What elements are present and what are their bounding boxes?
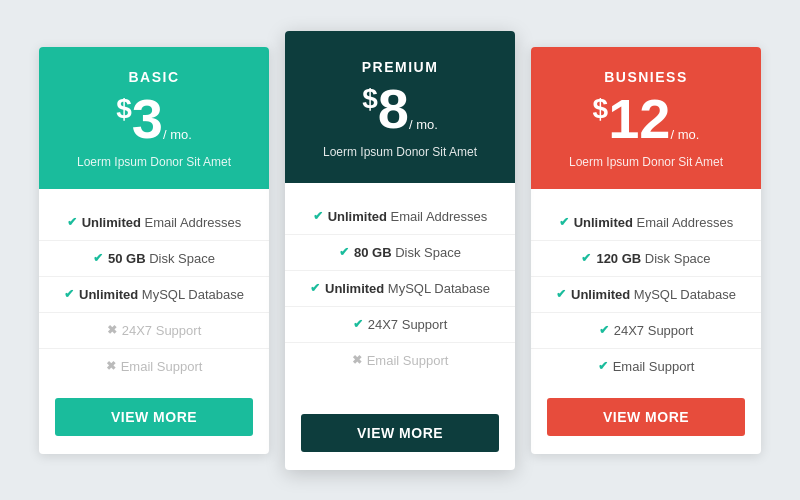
feature-label-1: 80 GB Disk Space	[354, 245, 461, 260]
feature-row-1: ✔ 80 GB Disk Space	[285, 235, 515, 271]
feature-check-1: ✔	[581, 251, 591, 265]
feature-check-1: ✔	[339, 245, 349, 259]
feature-check-2: ✔	[64, 287, 74, 301]
currency-symbol: $	[593, 95, 609, 123]
feature-label-0: Unlimited Email Addresses	[574, 215, 734, 230]
feature-label-3: 24X7 Support	[368, 317, 448, 332]
plan-card-premium: PREMIUM $ 8 / mo. Loerm Ipsum Donor Sit …	[285, 31, 515, 470]
per-mo-premium: / mo.	[409, 118, 438, 131]
plan-footer-premium: View More	[285, 400, 515, 470]
plan-subtitle-basic: Loerm Ipsum Donor Sit Amet	[55, 155, 253, 169]
per-mo-basic: / mo.	[163, 128, 192, 141]
price-row-basic: $ 3 / mo.	[55, 91, 253, 147]
plan-body-premium: ✔ Unlimited Email Addresses ✔ 80 GB Disk…	[285, 183, 515, 400]
plan-subtitle-business: Loerm Ipsum Donor Sit Amet	[547, 155, 745, 169]
price-amount-premium: 8	[378, 81, 409, 137]
feature-row-2: ✔ Unlimited MySQL Database	[285, 271, 515, 307]
feature-row-0: ✔ Unlimited Email Addresses	[531, 205, 761, 241]
feature-check-4: ✖	[352, 353, 362, 367]
plan-body-basic: ✔ Unlimited Email Addresses ✔ 50 GB Disk…	[39, 189, 269, 384]
view-more-button-business[interactable]: View More	[547, 398, 745, 436]
feature-check-3: ✔	[599, 323, 609, 337]
feature-check-3: ✖	[107, 323, 117, 337]
feature-row-4: ✔ Email Support	[531, 349, 761, 384]
price-row-business: $ 12 / mo.	[547, 91, 745, 147]
feature-row-4: ✖ Email Support	[39, 349, 269, 384]
feature-row-2: ✔ Unlimited MySQL Database	[39, 277, 269, 313]
plan-footer-basic: View More	[39, 384, 269, 454]
feature-label-4: Email Support	[367, 353, 449, 368]
feature-label-3: 24X7 Support	[614, 323, 694, 338]
feature-check-1: ✔	[93, 251, 103, 265]
feature-row-1: ✔ 120 GB Disk Space	[531, 241, 761, 277]
price-amount-basic: 3	[132, 91, 163, 147]
feature-row-0: ✔ Unlimited Email Addresses	[285, 199, 515, 235]
plan-card-basic: BASIC $ 3 / mo. Loerm Ipsum Donor Sit Am…	[39, 47, 269, 454]
feature-label-0: Unlimited Email Addresses	[328, 209, 488, 224]
feature-label-1: 120 GB Disk Space	[596, 251, 710, 266]
view-more-button-basic[interactable]: View More	[55, 398, 253, 436]
plan-card-business: BUSNIESS $ 12 / mo. Loerm Ipsum Donor Si…	[531, 47, 761, 454]
view-more-button-premium[interactable]: View More	[301, 414, 499, 452]
plan-name-business: BUSNIESS	[547, 69, 745, 85]
plan-body-business: ✔ Unlimited Email Addresses ✔ 120 GB Dis…	[531, 189, 761, 384]
feature-check-2: ✔	[556, 287, 566, 301]
feature-check-0: ✔	[313, 209, 323, 223]
feature-label-1: 50 GB Disk Space	[108, 251, 215, 266]
feature-label-3: 24X7 Support	[122, 323, 202, 338]
feature-label-2: Unlimited MySQL Database	[325, 281, 490, 296]
feature-row-3: ✔ 24X7 Support	[285, 307, 515, 343]
plan-name-premium: PREMIUM	[301, 59, 499, 75]
feature-label-4: Email Support	[613, 359, 695, 374]
feature-check-2: ✔	[310, 281, 320, 295]
plan-header-premium: PREMIUM $ 8 / mo. Loerm Ipsum Donor Sit …	[285, 31, 515, 183]
feature-label-4: Email Support	[121, 359, 203, 374]
plan-subtitle-premium: Loerm Ipsum Donor Sit Amet	[301, 145, 499, 159]
feature-row-2: ✔ Unlimited MySQL Database	[531, 277, 761, 313]
feature-label-0: Unlimited Email Addresses	[82, 215, 242, 230]
feature-check-0: ✔	[67, 215, 77, 229]
feature-row-1: ✔ 50 GB Disk Space	[39, 241, 269, 277]
price-row-premium: $ 8 / mo.	[301, 81, 499, 137]
feature-check-3: ✔	[353, 317, 363, 331]
feature-row-3: ✔ 24X7 Support	[531, 313, 761, 349]
feature-check-4: ✖	[106, 359, 116, 373]
feature-row-4: ✖ Email Support	[285, 343, 515, 378]
feature-check-4: ✔	[598, 359, 608, 373]
plan-header-business: BUSNIESS $ 12 / mo. Loerm Ipsum Donor Si…	[531, 47, 761, 189]
plan-header-basic: BASIC $ 3 / mo. Loerm Ipsum Donor Sit Am…	[39, 47, 269, 189]
per-mo-business: / mo.	[670, 128, 699, 141]
feature-label-2: Unlimited MySQL Database	[571, 287, 736, 302]
feature-check-0: ✔	[559, 215, 569, 229]
plan-name-basic: BASIC	[55, 69, 253, 85]
pricing-table: BASIC $ 3 / mo. Loerm Ipsum Donor Sit Am…	[11, 17, 789, 484]
feature-label-2: Unlimited MySQL Database	[79, 287, 244, 302]
currency-symbol: $	[116, 95, 132, 123]
feature-row-3: ✖ 24X7 Support	[39, 313, 269, 349]
feature-row-0: ✔ Unlimited Email Addresses	[39, 205, 269, 241]
currency-symbol: $	[362, 85, 378, 113]
price-amount-business: 12	[608, 91, 670, 147]
plan-footer-business: View More	[531, 384, 761, 454]
